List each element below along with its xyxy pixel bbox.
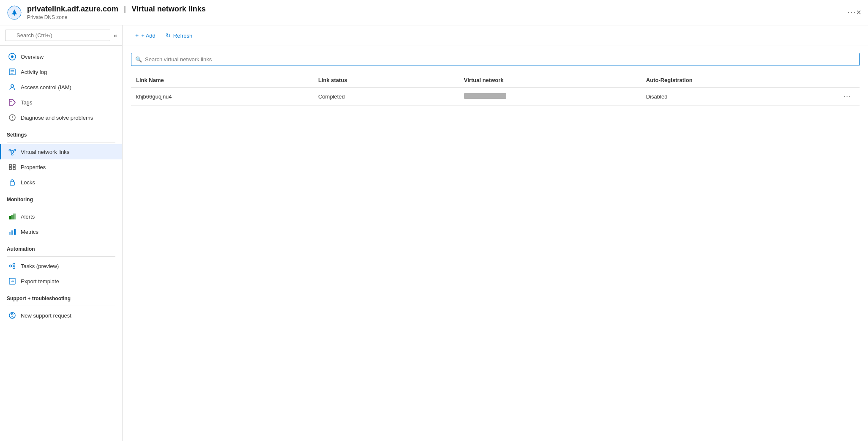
table-search-input[interactable] <box>131 53 860 66</box>
refresh-button[interactable]: ↻ Refresh <box>161 30 197 41</box>
automation-section-header: Automation <box>0 239 122 255</box>
azure-logo <box>7 5 22 20</box>
add-button[interactable]: + + Add <box>131 30 160 41</box>
sidebar-item-properties[interactable]: Properties <box>0 159 122 175</box>
sidebar-item-alerts[interactable]: Alerts <box>0 209 122 224</box>
sidebar-item-label: Properties <box>21 164 46 170</box>
sidebar-item-locks[interactable]: Locks <box>0 175 122 190</box>
virtual-network-links-table: Link Name Link status Virtual network Au… <box>131 73 860 106</box>
sidebar-item-label: Metrics <box>21 229 38 235</box>
overview-icon <box>8 52 16 61</box>
monitoring-divider <box>7 207 115 207</box>
add-icon: + <box>135 32 139 39</box>
svg-rect-26 <box>13 214 16 219</box>
tasks-icon <box>8 262 16 270</box>
sidebar-collapse-button[interactable]: « <box>114 32 117 39</box>
export-icon <box>8 277 16 285</box>
support-divider <box>7 306 115 306</box>
col-header-link-name: Link Name <box>131 73 313 88</box>
sidebar-nav: Overview Activity log Access control (IA… <box>0 46 122 326</box>
sidebar-item-tasks[interactable]: Tasks (preview) <box>0 258 122 274</box>
virtual-network-redacted <box>464 93 506 99</box>
svg-rect-20 <box>13 164 15 167</box>
table-header-row: Link Name Link status Virtual network Au… <box>131 73 860 88</box>
svg-point-13 <box>9 149 11 151</box>
sidebar-item-overview[interactable]: Overview <box>0 49 122 64</box>
svg-rect-23 <box>10 182 14 185</box>
refresh-icon: ↻ <box>166 32 171 39</box>
vnet-links-icon <box>8 148 16 156</box>
settings-divider <box>7 142 115 142</box>
content-area: 🔍 Link Name Link status Virtual network … <box>123 46 868 441</box>
table-row: khjb66guqjnu4 Completed Disabled ··· <box>131 88 860 106</box>
close-button[interactable]: × <box>856 8 861 17</box>
table-search-wrap: 🔍 <box>131 53 860 66</box>
tags-icon <box>8 98 16 107</box>
cell-auto-registration: Disabled <box>641 88 823 106</box>
locks-icon <box>8 178 16 186</box>
col-header-auto-registration: Auto-Registration <box>641 73 823 88</box>
sidebar-item-virtual-network-links[interactable]: Virtual network links <box>0 144 122 159</box>
alerts-icon <box>8 212 16 221</box>
svg-rect-27 <box>9 232 11 235</box>
sidebar-item-new-support[interactable]: New support request <box>0 308 122 323</box>
page-subtitle: Private DNS zone <box>27 14 841 20</box>
sidebar-item-diagnose[interactable]: Diagnose and solve problems <box>0 110 122 125</box>
svg-line-33 <box>12 265 13 266</box>
cell-link-status: Completed <box>313 88 459 106</box>
sidebar-item-metrics[interactable]: Metrics <box>0 224 122 239</box>
svg-point-38 <box>11 313 13 315</box>
main-toolbar: + + Add ↻ Refresh <box>123 25 868 46</box>
sidebar-item-label: New support request <box>21 312 71 319</box>
cell-link-name: khjb66guqjnu4 <box>131 88 313 106</box>
diagnose-icon <box>8 113 16 122</box>
svg-point-8 <box>11 101 12 102</box>
sidebar-item-activity-log[interactable]: Activity log <box>0 64 122 79</box>
sidebar-item-iam[interactable]: Access control (IAM) <box>0 79 122 95</box>
sidebar-item-label: Overview <box>21 54 44 60</box>
svg-point-30 <box>10 265 12 267</box>
cell-virtual-network <box>459 88 641 106</box>
svg-point-32 <box>13 267 15 269</box>
sidebar-item-label: Access control (IAM) <box>21 84 71 90</box>
svg-rect-21 <box>9 167 11 170</box>
cell-actions: ··· <box>823 88 860 106</box>
svg-line-34 <box>12 266 13 267</box>
settings-section-header: Settings <box>0 125 122 140</box>
svg-point-15 <box>11 153 13 155</box>
sidebar-item-tags[interactable]: Tags <box>0 95 122 110</box>
sidebar-item-label: Diagnose and solve problems <box>21 115 93 121</box>
svg-rect-19 <box>9 164 11 167</box>
svg-point-2 <box>11 55 14 58</box>
header-more-button[interactable]: ··· <box>847 8 856 17</box>
sidebar-item-label: Tasks (preview) <box>21 263 59 269</box>
svg-rect-22 <box>13 167 15 170</box>
header-title-group: privatelink.adf.azure.com | Virtual netw… <box>27 5 841 20</box>
row-more-button[interactable]: ··· <box>840 90 854 102</box>
properties-icon <box>8 163 16 171</box>
col-header-virtual-network: Virtual network <box>459 73 641 88</box>
automation-divider <box>7 256 115 257</box>
svg-point-14 <box>14 149 16 151</box>
activity-log-icon <box>8 68 16 76</box>
support-section-header: Support + troubleshooting <box>0 289 122 304</box>
sidebar-item-label: Alerts <box>21 214 35 220</box>
svg-point-7 <box>11 85 14 87</box>
refresh-label: Refresh <box>173 33 193 39</box>
sidebar: 🔍 « Overview Activity log <box>0 25 123 441</box>
main-content: + + Add ↻ Refresh 🔍 <box>123 25 868 441</box>
sidebar-item-export-template[interactable]: Export template <box>0 274 122 289</box>
sidebar-search-input[interactable] <box>5 30 110 41</box>
page-header: privatelink.adf.azure.com | Virtual netw… <box>0 0 868 25</box>
svg-rect-28 <box>11 230 13 235</box>
sidebar-item-label: Locks <box>21 179 35 186</box>
svg-point-31 <box>13 263 15 266</box>
sidebar-item-label: Virtual network links <box>21 149 69 155</box>
sidebar-item-label: Tags <box>21 99 32 106</box>
sidebar-item-label: Export template <box>21 278 59 285</box>
metrics-icon <box>8 227 16 236</box>
sidebar-item-label: Activity log <box>21 69 47 75</box>
col-header-actions <box>823 73 860 88</box>
svg-rect-29 <box>14 229 16 235</box>
iam-icon <box>8 83 16 91</box>
